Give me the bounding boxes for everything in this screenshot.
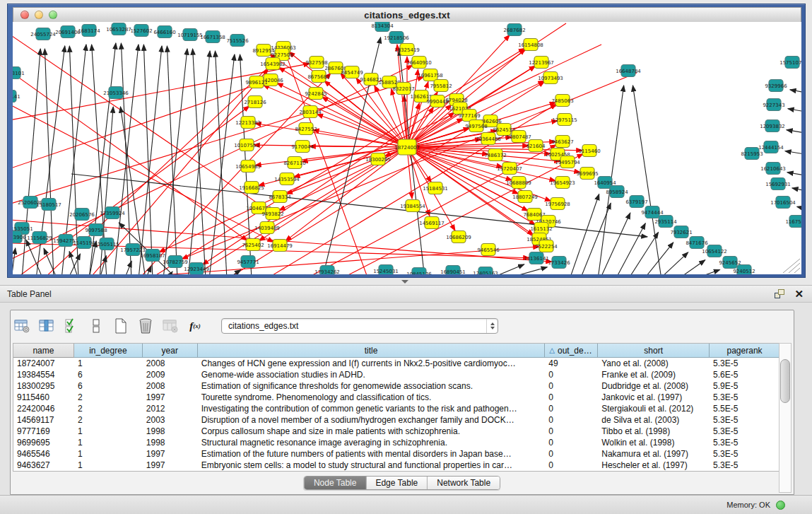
column-header-out_de[interactable]: △out_de… xyxy=(545,344,598,358)
network-node[interactable]: 19756928 xyxy=(545,198,570,210)
table-cell[interactable]: 0 xyxy=(545,460,598,470)
network-node[interactable]: 8267110 xyxy=(283,157,305,169)
network-node[interactable]: 15184531 xyxy=(423,182,448,194)
memory-status-icon[interactable] xyxy=(776,501,785,510)
network-node[interactable]: 8678334 xyxy=(269,191,291,203)
network-node[interactable]: 11156829 xyxy=(27,232,52,244)
network-node[interactable]: 12213383 xyxy=(235,117,261,129)
table-cell[interactable]: 5.3E-5 xyxy=(710,415,780,425)
split-pane-handle[interactable] xyxy=(400,279,410,284)
table-cell[interactable]: 0 xyxy=(545,426,598,436)
table-cell[interactable]: 2 xyxy=(74,392,143,402)
column-header-in_degree[interactable]: in_degree xyxy=(74,344,143,358)
table-cell[interactable]: 9699695 xyxy=(13,438,74,448)
table-cell[interactable]: Investigating the contribution of common… xyxy=(198,404,546,414)
network-node[interactable]: 20206576 xyxy=(69,209,95,221)
table-cell[interactable]: 5.6E-5 xyxy=(710,370,780,380)
table-cell[interactable]: Dudbridge et al. (2008) xyxy=(598,381,710,391)
network-node[interactable]: 1603141 xyxy=(13,90,20,103)
table-cell[interactable]: Jankovic et al. (1997) xyxy=(598,392,710,402)
table-cell[interactable]: 2 xyxy=(74,415,143,425)
network-node[interactable]: 19166825 xyxy=(239,182,264,194)
network-node[interactable]: 2687682 xyxy=(503,24,525,36)
network-view-window[interactable]: citations_edges.txt 24055724206914061683… xyxy=(7,4,806,278)
table-row[interactable]: 911546021997Tourette syndrome. Phenomeno… xyxy=(13,392,780,403)
tab-edge-table[interactable]: Edge Table xyxy=(366,477,428,489)
network-node[interactable]: 2803144 xyxy=(299,106,322,118)
network-node[interactable]: 21053346 xyxy=(103,87,129,99)
scrollbar-thumb[interactable] xyxy=(780,359,790,403)
table-source-select[interactable]: citations_edges.txt xyxy=(221,318,498,334)
network-node[interactable]: 16890451 xyxy=(440,266,466,275)
table-cell[interactable]: 1 xyxy=(74,438,143,448)
function-builder-icon[interactable]: f(x) xyxy=(187,317,204,334)
table-cell[interactable]: 6 xyxy=(74,370,143,380)
table-cell[interactable]: 5.9E-5 xyxy=(710,381,780,391)
table-cell[interactable]: Estimation of the future numbers of pati… xyxy=(198,449,546,459)
column-edit-icon[interactable] xyxy=(38,317,55,334)
network-node[interactable]: 15692931 xyxy=(765,178,791,190)
table-cell[interactable]: 0 xyxy=(545,438,598,448)
table-cell[interactable]: 0 xyxy=(545,370,598,380)
column-header-title[interactable]: title xyxy=(198,344,546,358)
network-hub-node[interactable]: 18724007 xyxy=(394,139,420,155)
table-settings-icon[interactable] xyxy=(13,317,30,334)
table-cell[interactable]: Changes of HCN gene expression and I(f) … xyxy=(198,358,546,368)
network-node[interactable]: 20691406 xyxy=(55,26,81,38)
select-mode-icon[interactable] xyxy=(63,317,80,334)
table-cell[interactable]: Estimation of significance thresholds fo… xyxy=(198,381,546,391)
tab-network-table[interactable]: Network Table xyxy=(428,477,500,489)
network-node[interactable]: 6379197 xyxy=(625,196,647,208)
network-node[interactable]: 2653101 xyxy=(13,67,25,79)
table-row[interactable]: 946554611997Estimation of the future num… xyxy=(13,448,780,460)
table-cell[interactable]: 5.5E-5 xyxy=(710,404,780,414)
network-node[interactable]: 10654985 xyxy=(235,160,261,173)
table-cell[interactable]: Franke et al. (2009) xyxy=(598,370,710,380)
table-cell[interactable]: 9463627 xyxy=(13,460,74,470)
float-panel-icon[interactable] xyxy=(775,289,784,298)
network-node[interactable]: 10107553 xyxy=(234,139,259,151)
network-node[interactable]: 17016504 xyxy=(770,197,796,209)
table-cell[interactable]: 0 xyxy=(545,381,598,391)
delete-icon[interactable] xyxy=(137,317,154,334)
table-cell[interactable]: 18300295 xyxy=(13,381,74,391)
resize-grip[interactable] xyxy=(776,256,800,273)
table-cell[interactable]: 1997 xyxy=(143,392,198,402)
network-node[interactable]: 8134304 xyxy=(371,22,394,32)
table-cell[interactable]: 1998 xyxy=(143,438,198,448)
table-cell[interactable]: 2003 xyxy=(143,415,198,425)
table-cell[interactable]: 5.3E-5 xyxy=(710,358,780,368)
network-node[interactable]: 16154808 xyxy=(518,39,543,51)
network-graph[interactable]: 2405572420691406168317410653287152760264… xyxy=(13,22,801,274)
table-cell[interactable]: de Silva et al. (2003) xyxy=(598,415,710,425)
table-row[interactable]: 2242004622012Investigating the contribut… xyxy=(13,403,780,414)
table-cell[interactable]: Structural magnetic resonance image aver… xyxy=(198,438,546,448)
network-node[interactable]: 18807249 xyxy=(512,191,538,203)
table-cell[interactable]: Hescheler et al. (1997) xyxy=(598,460,710,470)
table-cell[interactable]: Embryonic stem cells: a model to study s… xyxy=(198,460,546,470)
network-node[interactable]: 12213967 xyxy=(529,57,554,69)
network-node[interactable]: 8675685 xyxy=(307,71,329,83)
network-node[interactable]: 12975115 xyxy=(552,114,577,126)
table-cell[interactable]: 5.3E-5 xyxy=(710,460,780,470)
table-cell[interactable]: 2008 xyxy=(143,381,198,391)
network-node[interactable]: 2718126 xyxy=(244,96,266,108)
network-node[interactable]: 10688809 xyxy=(506,177,531,189)
network-node[interactable]: 7625402 xyxy=(242,239,264,251)
table-cell[interactable]: 9777169 xyxy=(13,426,74,436)
table-cell[interactable]: 18724007 xyxy=(13,358,74,368)
network-node[interactable]: 9465546 xyxy=(477,244,500,256)
table-cell[interactable]: 1 xyxy=(74,449,143,459)
column-header-year[interactable]: year xyxy=(143,344,198,358)
table-cell[interactable]: 1998 xyxy=(143,426,198,436)
network-node[interactable]: 6466160 xyxy=(153,26,175,38)
network-node[interactable]: 19654923 xyxy=(550,177,575,189)
column-header-short[interactable]: short xyxy=(598,344,710,358)
new-document-icon[interactable] xyxy=(112,317,129,334)
table-cell[interactable]: 9115460 xyxy=(13,392,74,402)
table-cell[interactable]: 0 xyxy=(545,449,598,459)
network-node[interactable]: 16648784 xyxy=(616,65,641,77)
network-node[interactable]: 14353594 xyxy=(274,173,300,185)
network-node[interactable]: 19218506 xyxy=(384,32,409,44)
network-node[interactable]: 10654122 xyxy=(702,245,727,257)
